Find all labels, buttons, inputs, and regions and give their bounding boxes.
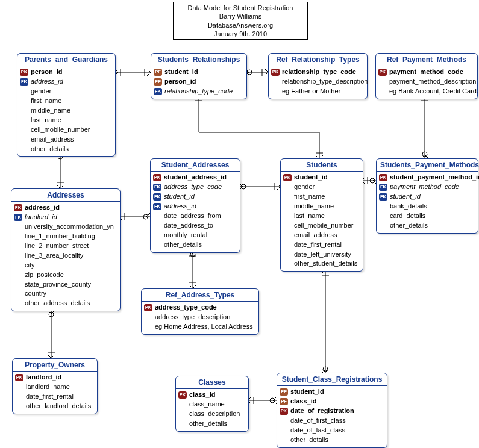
attribute-row: gender xyxy=(20,87,113,96)
blank-key xyxy=(14,262,22,269)
attribute-name: gender xyxy=(31,87,51,96)
attribute-row: gender xyxy=(283,182,360,192)
attribute-row: cell_mobile_number xyxy=(283,221,360,231)
entity-header: Classes xyxy=(176,376,248,389)
attribute-name: relationship_type_code xyxy=(282,67,356,77)
attribute-row: bank_details xyxy=(379,202,475,211)
blank-key xyxy=(280,427,288,434)
fk-key-icon: FK xyxy=(379,184,387,191)
blank-key xyxy=(379,203,387,210)
attribute-name: first_name xyxy=(294,192,325,202)
attribute-row: date_address_to xyxy=(153,221,237,231)
attribute-name: date_of_first_class xyxy=(290,416,346,426)
entity-classes: Classes PKclass_idclass_nameclass_descri… xyxy=(175,376,249,432)
attribute-row: FKpayment_method_code xyxy=(379,182,475,192)
attribute-row: other_address_details xyxy=(14,299,117,308)
blank-key xyxy=(378,78,387,86)
pf-key-icon: PF xyxy=(280,398,288,405)
attribute-name: eg Home Address, Local Address xyxy=(155,322,253,332)
blank-key xyxy=(20,145,28,152)
attribute-name: other_details xyxy=(390,221,428,231)
blank-key xyxy=(14,223,22,231)
entity-header: Students xyxy=(281,159,363,172)
attribute-name: cell_mobile_number xyxy=(294,221,353,231)
blank-key xyxy=(15,393,23,400)
attribute-row: other_details xyxy=(20,145,113,154)
pk-key-icon: PK xyxy=(20,69,28,76)
attribute-name: student_address_id xyxy=(164,173,227,182)
attribute-name: last_name xyxy=(31,116,61,125)
attribute-row: PFclass_id xyxy=(280,397,384,406)
pk-key-icon: PK xyxy=(153,174,161,181)
blank-key xyxy=(283,184,292,191)
blank-key xyxy=(14,290,22,297)
attribute-name: address_type_code xyxy=(164,182,222,192)
pk-key-icon: PK xyxy=(271,69,280,76)
entity-students: Students PKstudent_idgenderfirst_namemid… xyxy=(280,158,363,272)
pk-key-icon: PK xyxy=(14,204,22,211)
attribute-name: landlord_name xyxy=(26,382,70,392)
attribute-row: class_name xyxy=(178,400,246,409)
blank-key xyxy=(283,260,292,267)
entity-header: Students_Relationships xyxy=(151,54,246,66)
attribute-row: FKstudent_id xyxy=(379,192,475,202)
entity-header: Addresses xyxy=(11,189,120,202)
attribute-name: student_id xyxy=(294,173,328,182)
entity-property-owners: Property_Owners PKlandlord_idlandlord_na… xyxy=(12,358,98,414)
attribute-name: other_details xyxy=(164,240,202,250)
entity-header: Students_Payment_Methods xyxy=(377,159,478,172)
attribute-row: last_name xyxy=(20,116,113,125)
svg-point-8 xyxy=(247,70,252,75)
svg-point-44 xyxy=(241,184,246,189)
attribute-row: PKstudent_id xyxy=(283,173,360,182)
blank-key xyxy=(14,252,22,260)
blank-key xyxy=(283,203,292,210)
attribute-row: FKaddress_type_code xyxy=(153,182,237,192)
svg-point-22 xyxy=(49,312,54,317)
entity-students-payment-methods: Students_Payment_Methods PKstudent_payme… xyxy=(376,158,478,234)
attribute-name: other_student_details xyxy=(294,259,357,269)
entity-ref-address-types: Ref_Address_Types PKaddress_type_codeadd… xyxy=(141,288,259,335)
attribute-name: payment_method_code xyxy=(389,67,463,77)
blank-key xyxy=(20,126,28,134)
attribute-row: other_landlord_details xyxy=(15,402,95,411)
attribute-row: eg Father or Mother xyxy=(271,87,365,96)
attribute-name: university_accommodation_yn xyxy=(25,222,114,232)
attribute-row: FKrelationship_type_code xyxy=(154,87,244,96)
attribute-row: PKstudent_address_id xyxy=(153,173,237,182)
attribute-row: PKstudent_payment_method_id xyxy=(379,173,475,182)
attribute-row: landlord_name xyxy=(15,382,95,392)
attribute-name: last_name xyxy=(294,211,325,221)
blank-key xyxy=(280,437,288,444)
svg-point-29 xyxy=(143,214,148,219)
attribute-name: line_1_number_building xyxy=(25,232,95,241)
attribute-row: line_2_number_street xyxy=(14,241,117,251)
blank-key xyxy=(283,250,292,258)
blank-key xyxy=(283,241,292,249)
fk-key-icon: FK xyxy=(153,193,161,201)
blank-key xyxy=(14,300,22,307)
blank-key xyxy=(153,241,161,249)
attribute-name: landlord_id xyxy=(26,373,61,382)
attribute-row: address_type_description xyxy=(144,313,256,322)
entity-header: Ref_Relationship_Types xyxy=(269,54,367,66)
attribute-name: student_id xyxy=(290,387,324,397)
attribute-row: last_name xyxy=(283,211,360,221)
entity-student-addresses: Student_Addresses PKstudent_address_idFK… xyxy=(150,158,240,253)
attribute-row: PFstudent_id xyxy=(280,387,384,397)
attribute-row: PKaddress_type_code xyxy=(144,303,256,313)
attribute-name: address_type_code xyxy=(155,303,217,313)
fk-key-icon: FK xyxy=(153,184,161,191)
entity-header: Ref_Address_Types xyxy=(142,289,258,302)
attribute-name: zip_postcode xyxy=(25,270,64,280)
attribute-row: other_details xyxy=(153,240,237,250)
attribute-row: FKaddress_id xyxy=(20,77,113,87)
attribute-row: relationship_type_description xyxy=(271,77,365,87)
svg-point-81 xyxy=(270,398,275,403)
fk-key-icon: FK xyxy=(153,203,161,210)
attribute-row: FKaddress_id xyxy=(153,202,237,211)
attribute-name: person_id xyxy=(31,67,63,77)
attribute-name: date_first_rental xyxy=(294,240,342,250)
attribute-name: date_of_registration xyxy=(290,406,354,416)
attribute-name: country xyxy=(25,289,46,299)
